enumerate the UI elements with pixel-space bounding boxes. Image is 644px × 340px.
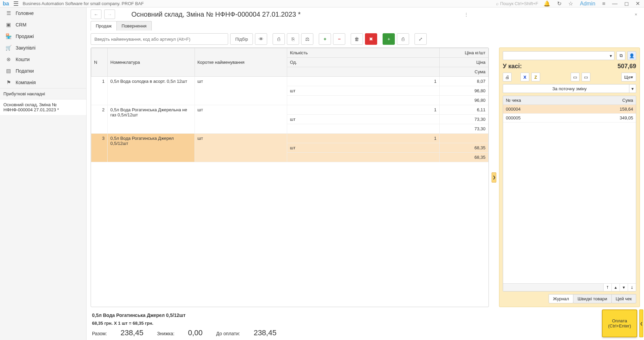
panel-toggle[interactable]: ❯ — [492, 172, 496, 183]
delete-button[interactable]: 🗑 — [351, 33, 363, 45]
screen2-button[interactable]: ▭ — [582, 73, 590, 81]
col-price[interactable]: Ціна кг/шт — [439, 48, 488, 58]
maximize-icon[interactable]: ◻ — [623, 0, 630, 7]
table-row-unit[interactable]: шт — [287, 86, 439, 96]
expand-button[interactable]: ⤢ — [415, 33, 427, 45]
table-row-nom[interactable]: 0,5л Вода Рогатинська Джерел 0,5/12шт — [108, 134, 195, 162]
table-row-sum[interactable]: 73,30 — [439, 124, 488, 134]
open-button[interactable]: ⧉ — [617, 51, 625, 60]
receipt-row[interactable]: 000004158,64 — [503, 105, 636, 114]
col-nomenclature[interactable]: Номенклатура — [108, 48, 195, 77]
main-menu-icon[interactable]: ☰ — [13, 0, 19, 7]
screen1-button[interactable]: ▭ — [571, 73, 579, 81]
document-close-icon[interactable]: × — [632, 11, 640, 18]
table-row-sum[interactable]: 96,80 — [439, 96, 488, 105]
global-search[interactable]: ⌕ Пошук Ctrl+Shift+F — [496, 1, 538, 6]
col-priceunit[interactable]: Ціна — [439, 58, 488, 67]
sidebar-sub-invoices[interactable]: Прибуткові накладні — [0, 88, 86, 99]
minus-button[interactable]: − — [333, 33, 345, 45]
cashier-select[interactable]: ▾ — [503, 51, 614, 60]
cancel-button[interactable]: ✖ — [365, 33, 377, 45]
sidebar-item-taxes[interactable]: ▤Податки — [0, 65, 86, 77]
items-table: N Номенклатура Коротке найменування Кіль… — [91, 48, 489, 162]
table-row-qty[interactable]: 1 — [287, 77, 439, 86]
more-button[interactable]: Ще ▾ — [621, 73, 636, 81]
table-row-short[interactable]: шт — [195, 105, 287, 134]
person-button[interactable]: 👤 — [627, 51, 636, 60]
view-button[interactable]: 👁 — [255, 33, 267, 45]
cash-label: У касі: — [503, 63, 522, 70]
scroll-up-button[interactable]: ▲ — [611, 284, 620, 291]
document-menu-icon[interactable]: ⋮ — [461, 11, 471, 18]
col-n[interactable]: N — [91, 48, 108, 77]
minimize-icon[interactable]: — — [611, 1, 619, 7]
add-button[interactable]: + — [383, 33, 395, 45]
tab-journal[interactable]: Журнал — [549, 294, 573, 303]
scroll-bottom-button[interactable]: ⤓ — [628, 284, 636, 291]
table-row-unit[interactable]: шт — [287, 143, 439, 153]
print-button[interactable]: 🖨 — [503, 73, 512, 81]
settings-icon[interactable]: ≡ — [601, 1, 607, 7]
item-search-input[interactable] — [91, 33, 228, 45]
col-unit[interactable]: Од. — [287, 58, 439, 67]
copy-button[interactable]: ⎙ — [397, 33, 409, 45]
z-report-button[interactable]: Z — [531, 73, 540, 81]
table-row-qty[interactable]: 1 — [287, 134, 439, 143]
nav-forward-button[interactable]: → — [104, 10, 115, 19]
sidebar-item-crm[interactable]: ▣CRM — [0, 19, 86, 31]
shift-select[interactable]: За поточну зміну ▾ — [503, 84, 636, 93]
sidebar-sub-shift[interactable]: Основний склад, Зміна № НФНФ-000004 27.0… — [0, 99, 86, 115]
pay-button[interactable]: Оплата (Ctrl+Enter) — [602, 309, 637, 337]
col-receipt-num[interactable]: № чека — [503, 96, 595, 105]
table-row-unit[interactable]: шт — [287, 115, 439, 124]
receipt-row[interactable]: 000005349,05 — [503, 114, 636, 122]
table-row-price[interactable]: 6,11 — [439, 105, 488, 115]
bell-icon[interactable]: 🔔 — [542, 0, 552, 7]
sidebar-item-sales[interactable]: 🏪Продажі — [0, 31, 86, 42]
tab-return[interactable]: Повернення — [116, 21, 152, 31]
scales-button[interactable]: ⚖ — [301, 33, 313, 45]
table-row-n[interactable]: 3 — [91, 134, 108, 162]
sidebar-item-main[interactable]: ☰Головне — [0, 7, 86, 19]
table-row-short[interactable]: шт — [195, 77, 287, 105]
table-row-price[interactable]: 8,07 — [439, 77, 488, 86]
col-qty[interactable]: Кількість — [287, 48, 439, 58]
to-pay-label: До оплати: — [216, 331, 240, 336]
flag-icon: ⚑ — [5, 79, 12, 86]
plus-button[interactable]: + — [319, 33, 331, 45]
table-row-priceunit[interactable]: 73,30 — [439, 115, 488, 124]
table-row-sum[interactable]: 68,35 — [439, 153, 488, 162]
table-row-n[interactable]: 1 — [91, 77, 108, 105]
table-row-priceunit[interactable]: 68,35 — [439, 143, 488, 153]
cart-icon: 🛒 — [5, 45, 12, 51]
nav-back-button[interactable]: ← — [91, 10, 102, 19]
tab-sale[interactable]: Продаж — [91, 21, 117, 31]
barcode-button[interactable]: ⎙ — [273, 33, 285, 45]
history-icon[interactable]: ↻ — [556, 0, 563, 7]
close-icon[interactable]: ✕ — [634, 0, 641, 7]
tab-quick-goods[interactable]: Швидкі товари — [573, 294, 611, 303]
col-receipt-sum[interactable]: Сума — [595, 96, 636, 105]
tab-this-receipt[interactable]: Цей чек — [611, 294, 636, 303]
table-row-qty[interactable]: 1 — [287, 105, 439, 115]
sidebar-item-funds[interactable]: ⊗Кошти — [0, 54, 86, 65]
scan-button[interactable]: ⎘ — [287, 33, 299, 45]
table-row-price[interactable] — [439, 134, 488, 143]
x-report-button[interactable]: X — [520, 73, 529, 81]
star-icon[interactable]: ☆ — [567, 0, 574, 7]
table-row-short[interactable]: шт — [195, 134, 287, 162]
table-row-nom[interactable]: 0,5л Вода солодка в асорт. 0,5л 12шт — [108, 77, 195, 105]
table-row-priceunit[interactable]: 96,80 — [439, 86, 488, 96]
scroll-top-button[interactable]: ⤒ — [603, 284, 611, 291]
sidebar-item-purchases[interactable]: 🛒Закупівлі — [0, 42, 86, 54]
user-label[interactable]: Admin — [578, 1, 596, 7]
side-handle[interactable]: ❮ — [639, 309, 643, 337]
sidebar-item-company[interactable]: ⚑Компанія — [0, 77, 86, 88]
table-row-n[interactable]: 2 — [91, 105, 108, 134]
col-sum[interactable]: Сума — [439, 67, 488, 77]
pick-button[interactable]: Підбір — [230, 33, 253, 45]
table-row-nom[interactable]: 0,5л Вода Рогатинська Джерельна не газ 0… — [108, 105, 195, 134]
topbar: ba ☰ Business Automation Software for sm… — [0, 0, 644, 7]
scroll-down-button[interactable]: ▼ — [620, 284, 628, 291]
col-short[interactable]: Коротке найменування — [195, 48, 287, 77]
